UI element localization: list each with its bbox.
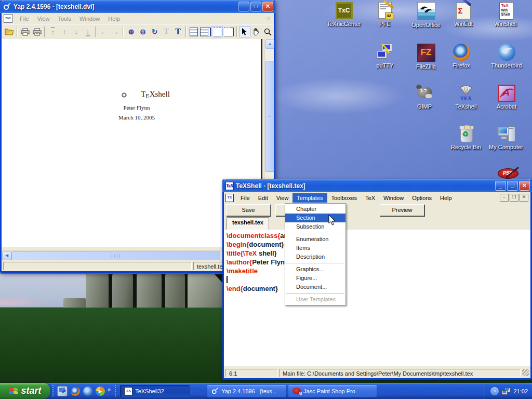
editor-line[interactable]	[227, 275, 530, 284]
menu-item-document[interactable]: Document...	[285, 283, 345, 291]
yap-menu-tools[interactable]: Tools	[54, 14, 75, 23]
texshell-maximize-button[interactable]: □	[507, 181, 518, 191]
single-page-view-button[interactable]	[188, 26, 200, 37]
desktop-icon-pfe[interactable]: 32 PFE	[366, 2, 404, 27]
text-outline-button[interactable]	[161, 26, 172, 37]
start-button[interactable]: start	[0, 383, 50, 399]
menu-item-items[interactable]: Items	[285, 244, 345, 252]
menu-item-description[interactable]: Description	[285, 252, 345, 261]
network-tray-icon[interactable]	[502, 387, 510, 395]
menu-help[interactable]: Help	[436, 193, 456, 203]
mdi-restore-button[interactable]: ❐	[510, 194, 518, 202]
menu-item-figure[interactable]: Figure...	[285, 274, 345, 283]
horizontal-scroll-thumb[interactable]: ∣∣∣∣	[11, 251, 220, 260]
menu-file[interactable]: File	[236, 193, 254, 203]
quick-launch-media-player-icon[interactable]: ▶	[96, 387, 105, 396]
editor-line[interactable]: \documentclass{article}	[227, 231, 530, 240]
preview-button[interactable]: Preview	[380, 204, 424, 216]
quick-launch-overflow-chevron[interactable]: »	[108, 386, 111, 392]
task-button-texshell32[interactable]: TX TeXShell32	[120, 385, 190, 397]
mdi-window-controls[interactable]: – ❐ ✕	[499, 194, 528, 202]
quick-launch-app-icon[interactable]	[57, 386, 68, 396]
yap-mdi-buttons[interactable]: – ▫ ✕	[259, 16, 271, 21]
texshell-titlebar[interactable]: TeX TeXShell - [texshell.tex] _ □ ✕	[222, 179, 532, 192]
yap-maximize-button[interactable]: □	[250, 2, 261, 11]
mdi-close-button[interactable]: ✕	[520, 194, 528, 202]
editor-line[interactable]: \maketitle	[227, 267, 530, 275]
texshell-minimize-button[interactable]: _	[495, 181, 506, 191]
yap-menu-help[interactable]: Help	[104, 14, 124, 23]
select-tool-button[interactable]	[239, 26, 251, 37]
yap-minimize-button[interactable]: _	[238, 2, 249, 11]
texshell-window[interactable]: TeX TeXShell - [texshell.tex] _ □ ✕ TX F…	[222, 179, 532, 380]
desktop-icon-firefox[interactable]: Firefox	[443, 44, 480, 69]
desktop-icon-gimp[interactable]: GIMP	[406, 85, 443, 110]
print-button[interactable]	[19, 26, 31, 37]
desktop-icon-thunderbird[interactable]: Thunderbird	[488, 44, 525, 69]
editor-line[interactable]: \end{document}	[227, 284, 530, 293]
mdi-minimize-button[interactable]: –	[500, 194, 509, 202]
desktop-icon-putty[interactable]: puTTY	[366, 44, 404, 69]
menu-item-enumeration[interactable]: Enumeration	[285, 235, 345, 244]
desktop-icon-openoffice[interactable]: OpenOffice	[407, 2, 445, 28]
desktop-icon-paintshoppro[interactable]: PSP	[498, 168, 520, 180]
editor-line[interactable]: \begin{document}	[227, 240, 530, 249]
first-page-button[interactable]	[47, 26, 58, 37]
desktop-icon-recycle-bin[interactable]: ♻ Recycle Bin	[447, 125, 485, 150]
yap-close-button[interactable]: ✕	[262, 2, 273, 11]
continuous-facing-view-button[interactable]	[223, 26, 234, 37]
save-button[interactable]: Save	[226, 204, 271, 216]
menu-view[interactable]: View	[272, 193, 293, 203]
print-page-button[interactable]	[31, 26, 43, 37]
yap-toolbar	[2, 24, 274, 38]
task-button-yap[interactable]: Yap 2.4.1596 - [texs...	[207, 385, 286, 397]
menu-options[interactable]: Options	[408, 193, 436, 203]
tab-texshell-tex[interactable]: texshell.tex	[227, 217, 269, 230]
menu-window[interactable]: Window	[379, 193, 408, 203]
editor-line[interactable]: \author{Peter Flynn}	[227, 258, 530, 267]
menu-templates[interactable]: Templates	[292, 193, 327, 203]
vertical-scroll-thumb[interactable]: ≡	[265, 61, 274, 172]
back-button[interactable]	[98, 26, 109, 37]
refresh-button[interactable]	[149, 26, 160, 37]
menu-edit[interactable]: Edit	[254, 193, 272, 203]
menu-toolboxes[interactable]: Toolboxes	[327, 193, 362, 203]
yap-menu-file[interactable]: File	[16, 14, 33, 23]
yap-titlebar[interactable]: Yap 2.4.1596 - [texshell.dvi] _ □ ✕	[0, 0, 275, 13]
pan-tool-button[interactable]	[250, 26, 262, 37]
forward-button[interactable]	[110, 26, 121, 37]
menu-item-chapter[interactable]: Chapter	[285, 205, 345, 214]
desktop-icon-filezilla[interactable]: FZ FileZilla	[407, 44, 445, 70]
yap-menu-view[interactable]: View	[33, 14, 54, 23]
desktop-icon-winedt[interactable]: Σ WinEdt	[445, 2, 482, 27]
desktop-icon-acrobat[interactable]: A Acrobat	[488, 85, 525, 110]
menu-item-graphics[interactable]: Graphics...	[285, 265, 345, 274]
editor-area[interactable]: \documentclass{article}\begin{document}\…	[224, 230, 530, 366]
quick-launch-firefox-icon[interactable]	[71, 387, 80, 396]
zoom-out-button[interactable]	[137, 26, 149, 37]
continuous-view-button[interactable]	[211, 26, 223, 37]
previous-page-button[interactable]	[59, 26, 70, 37]
desktop-icon-winshell[interactable]: TeX Win Shell WinShell	[487, 2, 524, 27]
scroll-left-button[interactable]: ◀	[2, 251, 11, 260]
yap-menu-window[interactable]: Window	[75, 14, 104, 23]
open-file-button[interactable]	[4, 26, 15, 37]
desktop-icon-texshell[interactable]: TEX TeXshell	[447, 85, 485, 110]
scroll-up-button[interactable]: ▲	[265, 39, 274, 49]
menu-tex[interactable]: TeX	[361, 193, 379, 203]
zoom-in-button[interactable]	[125, 26, 137, 37]
magnifier-tool-button[interactable]	[262, 26, 274, 37]
facing-page-view-button[interactable]	[200, 26, 211, 37]
hide-tray-icons-chevron[interactable]: ‹	[490, 387, 499, 395]
quick-launch-thunderbird-icon[interactable]	[83, 387, 92, 396]
editor-line[interactable]: \title{\TeX shell}	[227, 249, 530, 258]
texshell-close-button[interactable]: ✕	[519, 181, 530, 191]
yap-document-icon: DVI	[4, 14, 12, 23]
last-page-button[interactable]	[82, 26, 94, 37]
desktop-icon-texniccenter[interactable]: TxC TeXnicCenter	[325, 2, 363, 27]
desktop-icon-my-computer[interactable]: My Computer	[487, 125, 525, 150]
task-button-paintshoppro[interactable]: 8 Jasc Paint Shop Pro	[288, 385, 377, 397]
text-render-button[interactable]	[172, 26, 183, 37]
next-page-button[interactable]	[70, 26, 82, 37]
resize-grip[interactable]	[522, 369, 529, 376]
